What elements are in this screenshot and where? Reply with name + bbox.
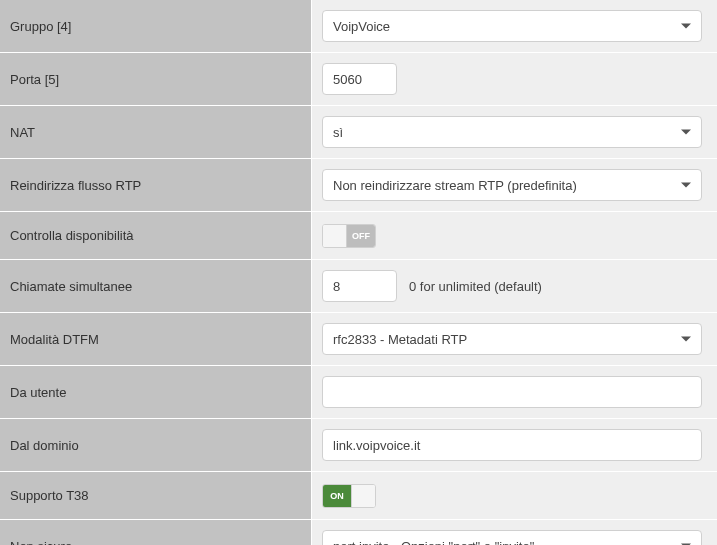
- row-fromuser: Da utente: [0, 366, 717, 419]
- row-rtp: Reindirizza flusso RTP Non reindirizzare…: [0, 159, 717, 212]
- toggle-availability[interactable]: OFF: [322, 224, 376, 248]
- toggle-t38-label: ON: [323, 485, 351, 507]
- input-fromuser[interactable]: [322, 376, 702, 408]
- chevron-down-icon: [681, 337, 691, 342]
- select-insecure[interactable]: port,invite - Opzioni "port" e "invite": [322, 530, 702, 545]
- row-dtmf: Modalità DTFM rfc2833 - Metadati RTP: [0, 313, 717, 366]
- row-gruppo: Gruppo [4] VoipVoice: [0, 0, 717, 53]
- label-porta: Porta [5]: [0, 53, 312, 105]
- row-nat: NAT sì: [0, 106, 717, 159]
- select-rtp-value: Non reindirizzare stream RTP (predefinit…: [333, 178, 577, 193]
- row-calls: Chiamate simultanee 0 for unlimited (def…: [0, 260, 717, 313]
- row-fromdomain: Dal dominio: [0, 419, 717, 472]
- toggle-t38[interactable]: ON: [322, 484, 376, 508]
- label-fromuser: Da utente: [0, 366, 312, 418]
- label-rtp: Reindirizza flusso RTP: [0, 159, 312, 211]
- select-nat-value: sì: [333, 125, 343, 140]
- label-insecure: Non sicuro: [0, 520, 312, 545]
- select-gruppo-value: VoipVoice: [333, 19, 390, 34]
- select-nat[interactable]: sì: [322, 116, 702, 148]
- row-availability: Controlla disponibilità OFF: [0, 212, 717, 260]
- select-dtmf-value: rfc2833 - Metadati RTP: [333, 332, 467, 347]
- input-calls[interactable]: [322, 270, 397, 302]
- label-fromdomain: Dal dominio: [0, 419, 312, 471]
- select-dtmf[interactable]: rfc2833 - Metadati RTP: [322, 323, 702, 355]
- chevron-down-icon: [681, 24, 691, 29]
- toggle-availability-label: OFF: [347, 225, 375, 247]
- select-insecure-value: port,invite - Opzioni "port" e "invite": [333, 539, 534, 546]
- settings-form: Gruppo [4] VoipVoice Porta [5] NAT sì: [0, 0, 717, 545]
- row-t38: Supporto T38 ON: [0, 472, 717, 520]
- select-rtp[interactable]: Non reindirizzare stream RTP (predefinit…: [322, 169, 702, 201]
- label-calls: Chiamate simultanee: [0, 260, 312, 312]
- hint-calls: 0 for unlimited (default): [409, 279, 542, 294]
- label-dtmf: Modalità DTFM: [0, 313, 312, 365]
- toggle-knob: [351, 485, 375, 507]
- label-availability: Controlla disponibilità: [0, 212, 312, 259]
- label-gruppo: Gruppo [4]: [0, 0, 312, 52]
- label-t38: Supporto T38: [0, 472, 312, 519]
- row-insecure: Non sicuro port,invite - Opzioni "port" …: [0, 520, 717, 545]
- label-nat: NAT: [0, 106, 312, 158]
- row-porta: Porta [5]: [0, 53, 717, 106]
- chevron-down-icon: [681, 130, 691, 135]
- input-fromdomain[interactable]: [322, 429, 702, 461]
- input-porta[interactable]: [322, 63, 397, 95]
- toggle-knob: [323, 225, 347, 247]
- chevron-down-icon: [681, 183, 691, 188]
- select-gruppo[interactable]: VoipVoice: [322, 10, 702, 42]
